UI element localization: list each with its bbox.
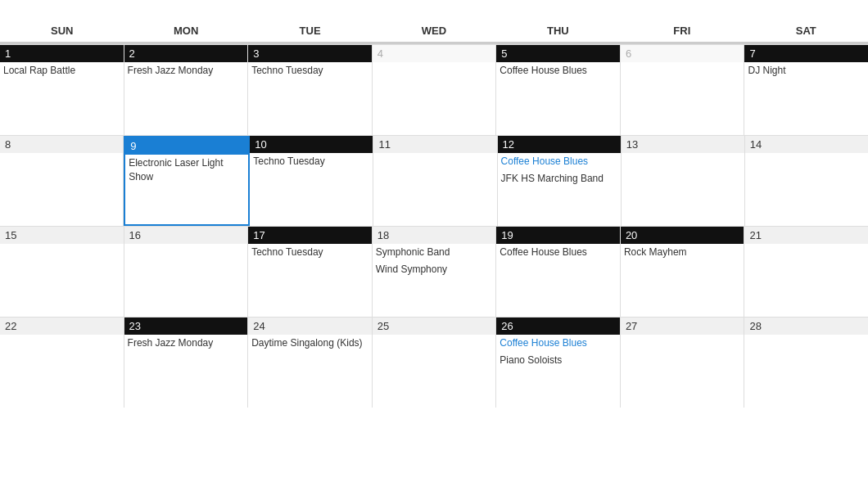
cal-cell-8[interactable]: 8 xyxy=(0,136,124,226)
cal-cell-27[interactable]: 27 xyxy=(621,318,745,408)
cal-cell-24[interactable]: 24Daytime Singalong (Kids) xyxy=(248,318,373,408)
cell-number-9: 9 xyxy=(125,137,248,155)
cell-number-21: 21 xyxy=(744,227,868,244)
cell-number-19: 19 xyxy=(496,227,620,244)
cell-number-11: 11 xyxy=(373,136,496,153)
cell-number-23: 23 xyxy=(124,318,248,335)
day-header-thu: THU xyxy=(496,20,620,43)
week-row-4: 2223Fresh Jazz Monday24Daytime Singalong… xyxy=(0,317,868,408)
event-1-0[interactable]: Local Rap Battle xyxy=(0,62,124,79)
cell-number-5: 5 xyxy=(496,45,620,62)
cal-cell-9[interactable]: 9Electronic Laser Light Show xyxy=(124,136,250,226)
cell-number-13: 13 xyxy=(622,136,744,153)
cal-cell-15[interactable]: 15 xyxy=(0,227,124,317)
event-20-0[interactable]: Rock Mayhem xyxy=(621,244,744,261)
event-17-0[interactable]: Techno Tuesday xyxy=(248,244,372,261)
event-2-0[interactable]: Fresh Jazz Monday xyxy=(124,62,248,79)
cell-number-15: 15 xyxy=(0,227,124,244)
cell-number-2: 2 xyxy=(124,45,248,62)
cell-number-25: 25 xyxy=(373,318,496,335)
cal-cell-12[interactable]: 12Coffee House BluesJFK HS Marching Band xyxy=(498,136,622,226)
event-12-0[interactable]: Coffee House Blues xyxy=(498,153,621,170)
cal-cell-22[interactable]: 22 xyxy=(0,318,124,408)
event-18-1[interactable]: Wind Symphony xyxy=(373,261,496,278)
event-10-0[interactable]: Techno Tuesday xyxy=(250,153,373,170)
prev-month-button[interactable] xyxy=(16,8,33,15)
event-18-0[interactable]: Symphonic Band xyxy=(373,244,496,261)
cal-cell-13[interactable]: 13 xyxy=(622,136,745,226)
week-row-3: 151617Techno Tuesday18Symphonic BandWind… xyxy=(0,226,868,317)
cell-number-12: 12 xyxy=(498,136,621,153)
day-header-mon: MON xyxy=(124,20,247,43)
cal-cell-18[interactable]: 18Symphonic BandWind Symphony xyxy=(373,227,497,317)
day-header-tue: TUE xyxy=(248,20,372,43)
cal-cell-23[interactable]: 23Fresh Jazz Monday xyxy=(124,318,249,408)
cell-number-8: 8 xyxy=(0,136,123,153)
cell-number-10: 10 xyxy=(250,136,373,153)
cal-cell-4[interactable]: 4 xyxy=(373,45,497,135)
cal-cell-28[interactable]: 28 xyxy=(744,318,868,408)
event-24-0[interactable]: Daytime Singalong (Kids) xyxy=(248,335,372,352)
cell-number-27: 27 xyxy=(621,318,744,335)
event-26-1[interactable]: Piano Soloists xyxy=(496,352,620,369)
cell-number-7: 7 xyxy=(744,45,868,62)
event-12-1[interactable]: JFK HS Marching Band xyxy=(498,170,621,187)
day-header-wed: WED xyxy=(372,20,495,43)
event-9-0[interactable]: Electronic Laser Light Show xyxy=(125,155,248,186)
day-header-sun: SUN xyxy=(0,20,124,43)
week-row-1: 1Local Rap Battle2Fresh Jazz Monday3Tech… xyxy=(0,44,868,135)
cal-cell-20[interactable]: 20Rock Mayhem xyxy=(621,227,745,317)
event-23-0[interactable]: Fresh Jazz Monday xyxy=(124,335,248,352)
cell-number-18: 18 xyxy=(373,227,496,244)
cal-cell-3[interactable]: 3Techno Tuesday xyxy=(248,45,373,135)
cal-cell-26[interactable]: 26Coffee House BluesPiano Soloists xyxy=(496,318,621,408)
cell-number-26: 26 xyxy=(496,318,620,335)
cal-cell-14[interactable]: 14 xyxy=(745,136,868,226)
cell-number-14: 14 xyxy=(745,136,868,153)
cal-cell-16[interactable]: 16 xyxy=(124,227,249,317)
cell-number-4: 4 xyxy=(373,45,496,62)
cell-number-1: 1 xyxy=(0,45,124,62)
cell-number-17: 17 xyxy=(248,227,372,244)
cell-number-22: 22 xyxy=(0,318,124,335)
cell-number-3: 3 xyxy=(248,45,372,62)
cell-number-20: 20 xyxy=(621,227,744,244)
cal-cell-5[interactable]: 5Coffee House Blues xyxy=(496,45,621,135)
cal-cell-21[interactable]: 21 xyxy=(744,227,868,317)
cal-cell-10[interactable]: 10Techno Tuesday xyxy=(250,136,373,226)
event-26-0[interactable]: Coffee House Blues xyxy=(496,335,620,352)
event-7-0[interactable]: DJ Night xyxy=(744,62,868,79)
cal-cell-2[interactable]: 2Fresh Jazz Monday xyxy=(124,45,249,135)
cell-number-28: 28 xyxy=(744,318,868,335)
day-headers-row: SUNMONTUEWEDTHUFRISAT xyxy=(0,20,868,44)
cal-cell-19[interactable]: 19Coffee House Blues xyxy=(496,227,621,317)
cal-cell-1[interactable]: 1Local Rap Battle xyxy=(0,45,124,135)
cell-number-6: 6 xyxy=(621,45,744,62)
day-header-sat: SAT xyxy=(744,20,868,43)
event-19-0[interactable]: Coffee House Blues xyxy=(496,244,620,261)
day-header-fri: FRI xyxy=(620,20,744,43)
cal-cell-6[interactable]: 6 xyxy=(621,45,745,135)
cal-cell-17[interactable]: 17Techno Tuesday xyxy=(248,227,373,317)
week-row-2: 89Electronic Laser Light Show10Techno Tu… xyxy=(0,135,868,226)
cal-cell-11[interactable]: 11 xyxy=(373,136,497,226)
event-5-0[interactable]: Coffee House Blues xyxy=(496,62,620,79)
event-3-0[interactable]: Techno Tuesday xyxy=(248,62,372,79)
cell-number-24: 24 xyxy=(248,318,372,335)
cal-cell-7[interactable]: 7DJ Night xyxy=(744,45,868,135)
cell-number-16: 16 xyxy=(124,227,248,244)
next-month-button[interactable] xyxy=(835,8,852,15)
cal-cell-25[interactable]: 25 xyxy=(373,318,497,408)
